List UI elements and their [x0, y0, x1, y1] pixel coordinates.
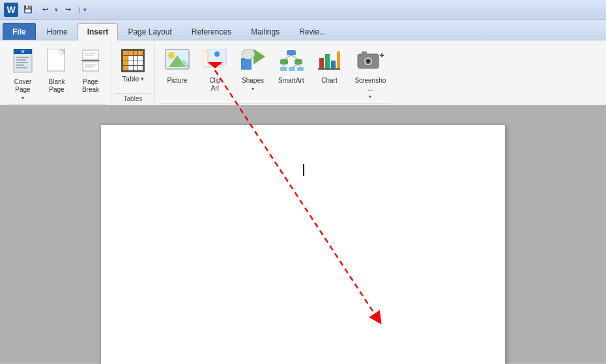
svg-rect-17 — [85, 66, 94, 68]
cover-page-label: CoverPage — [14, 78, 32, 94]
tab-row: File Home Insert Page Layout References … — [0, 20, 606, 40]
svg-rect-32 — [289, 67, 295, 71]
qat-customize[interactable]: ▾ — [83, 7, 87, 13]
screenshot-icon — [356, 49, 384, 76]
shapes-arrow: ▾ — [252, 86, 254, 92]
tables-content: Table ▾ — [115, 43, 151, 92]
clip-art-button[interactable]: ClipArt — [197, 46, 233, 94]
chart-icon — [317, 49, 341, 76]
cover-page-arrow: ▾ — [22, 95, 24, 101]
svg-rect-12 — [81, 60, 100, 61]
smartart-label: SmartArt — [278, 77, 304, 85]
svg-point-27 — [242, 49, 255, 59]
group-illustrations: Picture ClipArt — [155, 43, 396, 105]
svg-point-24 — [214, 51, 220, 57]
svg-rect-5 — [16, 62, 28, 63]
document-page — [101, 125, 505, 364]
smartart-button[interactable]: SmartArt — [272, 46, 310, 87]
tab-review[interactable]: Revie... — [289, 23, 336, 40]
chart-button[interactable]: Chart — [311, 46, 347, 87]
clip-art-label: ClipArt — [209, 77, 220, 92]
blank-page-icon — [46, 49, 67, 77]
pages-content: W CoverPage ▾ — [7, 43, 107, 103]
save-button[interactable]: 💾 — [21, 3, 35, 17]
text-cursor — [303, 164, 304, 176]
svg-rect-7 — [16, 67, 27, 68]
svg-line-34 — [284, 55, 291, 59]
chart-label: Chart — [321, 77, 337, 85]
svg-line-36 — [283, 64, 284, 67]
svg-rect-14 — [85, 53, 96, 54]
svg-text:W: W — [22, 49, 25, 53]
undo-button[interactable]: ↩ — [38, 3, 52, 17]
undo-dropdown[interactable]: ▾ — [55, 7, 58, 13]
group-pages: W CoverPage ▾ — [3, 43, 111, 105]
svg-rect-25 — [241, 58, 252, 70]
cover-page-icon: W — [12, 49, 33, 77]
shapes-button[interactable]: Shapes ▾ — [235, 46, 271, 94]
blank-page-label: BlankPage — [48, 78, 65, 94]
svg-rect-16 — [85, 64, 96, 66]
svg-rect-42 — [331, 61, 336, 68]
svg-line-37 — [292, 64, 298, 67]
svg-rect-48 — [362, 51, 367, 55]
clip-art-icon — [203, 49, 227, 76]
table-label: Table — [122, 75, 139, 83]
shapes-label: Shapes — [242, 77, 264, 85]
svg-point-19 — [168, 52, 175, 59]
cover-page-button[interactable]: W CoverPage ▾ — [7, 46, 39, 103]
tab-home[interactable]: Home — [37, 23, 78, 40]
title-bar: W 💾 ↩ ▾ ↪ | ▾ — [0, 0, 606, 20]
illustrations-content: Picture ClipArt — [159, 43, 392, 102]
picture-label: Picture — [167, 77, 187, 85]
svg-rect-28 — [287, 50, 296, 55]
svg-line-38 — [298, 64, 300, 67]
redo-button[interactable]: ↪ — [61, 3, 75, 17]
svg-rect-6 — [16, 64, 24, 66]
screenshot-arrow: ▾ — [369, 94, 371, 100]
table-icon — [121, 49, 145, 72]
table-button[interactable]: Table ▾ — [115, 46, 151, 85]
document-area — [0, 105, 606, 363]
picture-button[interactable]: Picture — [159, 46, 195, 87]
tab-mailings[interactable]: Mailings — [241, 23, 289, 40]
tables-group-label: Tables — [115, 93, 151, 105]
svg-rect-39 — [318, 68, 340, 70]
svg-rect-3 — [16, 57, 29, 58]
svg-rect-4 — [16, 59, 26, 61]
tab-insert[interactable]: Insert — [78, 23, 119, 40]
group-tables: Table ▾ Tables — [111, 43, 155, 105]
app-icon: W — [4, 3, 18, 17]
screenshot-label: Screensho... — [354, 77, 386, 92]
table-arrow: ▾ — [141, 76, 144, 82]
ribbon-body: W CoverPage ▾ — [0, 40, 606, 105]
svg-marker-26 — [253, 49, 265, 64]
svg-point-47 — [367, 60, 369, 63]
page-break-button[interactable]: PageBreak — [74, 46, 107, 96]
svg-rect-43 — [337, 51, 340, 68]
tab-file[interactable]: File — [3, 23, 36, 40]
svg-rect-29 — [280, 59, 288, 64]
screenshot-button[interactable]: Screensho... ▾ — [349, 46, 392, 102]
shapes-icon — [240, 49, 265, 76]
svg-rect-30 — [295, 59, 302, 64]
picture-icon — [165, 49, 190, 76]
page-break-label: PageBreak — [82, 78, 99, 94]
tab-references[interactable]: References — [182, 23, 241, 40]
svg-rect-33 — [297, 67, 304, 71]
svg-line-35 — [291, 55, 298, 59]
svg-rect-41 — [325, 54, 330, 68]
svg-rect-15 — [85, 55, 94, 56]
blank-page-button[interactable]: BlankPage — [40, 46, 73, 96]
svg-rect-40 — [319, 58, 324, 68]
tab-pagelayout[interactable]: Page Layout — [118, 23, 181, 40]
page-break-icon — [80, 49, 101, 77]
svg-rect-31 — [280, 67, 287, 71]
smartart-icon — [279, 49, 304, 76]
